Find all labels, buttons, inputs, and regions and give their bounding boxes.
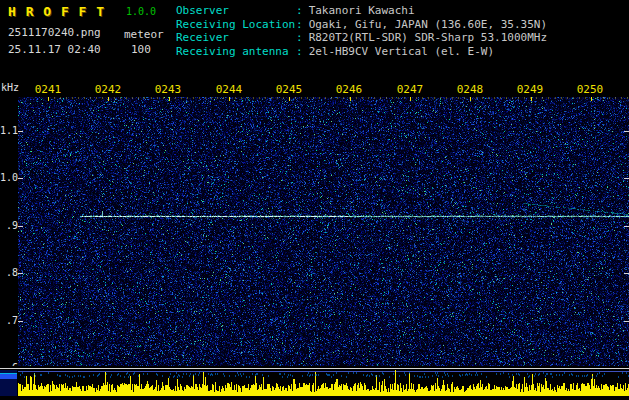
time-tick-label: 0243 xyxy=(155,83,182,96)
app-title: H R O F F T xyxy=(8,4,105,19)
hrofft-screenshot: H R O F F T 1.0.0 2511170240.png meteor … xyxy=(0,0,629,400)
info-value: Takanori Kawachi xyxy=(309,4,415,17)
info-row-receiver: Receiver:R820T2(RTL-SDR) SDR-Sharp 53.10… xyxy=(176,31,547,45)
level-value: 100 xyxy=(131,43,151,56)
spectrogram-canvas xyxy=(18,97,629,368)
time-tick-label: 0250 xyxy=(577,83,604,96)
time-tick-label: 0245 xyxy=(276,83,303,96)
info-separator: : xyxy=(296,18,303,31)
info-value: R820T2(RTL-SDR) SDR-Sharp 53.1000MHz xyxy=(309,31,547,44)
info-row-antenna: Receiving antenna:2el-HB9CV Vertical (el… xyxy=(176,45,547,59)
info-row-observer: Observer:Takanori Kawachi xyxy=(176,4,547,18)
freq-tick-label: 1.0 xyxy=(0,172,18,183)
info-separator: : xyxy=(296,4,303,17)
time-tick-label: 0241 xyxy=(35,83,62,96)
time-tick-label: 0244 xyxy=(216,83,243,96)
app-version: 1.0.0 xyxy=(126,6,156,17)
info-label: Receiving Location xyxy=(176,18,296,32)
output-filename: 2511170240.png xyxy=(8,26,101,39)
freq-tick-label: .8 xyxy=(0,267,18,278)
time-tick-label: 0247 xyxy=(397,83,424,96)
info-label: Receiver xyxy=(176,31,296,45)
info-value: 2el-HB9CV Vertical (el. E-W) xyxy=(309,45,494,58)
freq-tick-label: 1.1 xyxy=(0,125,18,136)
info-separator: : xyxy=(296,31,303,44)
time-tick-label: 0249 xyxy=(517,83,544,96)
freq-tick-label: .7 xyxy=(0,315,18,326)
time-tick-label: 0248 xyxy=(457,83,484,96)
time-tick-label: 0246 xyxy=(336,83,363,96)
station-info: Observer:Takanori Kawachi Receiving Loca… xyxy=(176,4,547,58)
info-row-location: Receiving Location:Ogaki, Gifu, JAPAN (1… xyxy=(176,18,547,32)
observation-mode-label: meteor xyxy=(124,28,164,41)
time-tick-label: 0242 xyxy=(95,83,122,96)
observation-datetime: 25.11.17 02:40 xyxy=(8,43,101,56)
info-separator: : xyxy=(296,45,303,58)
freq-axis-unit: kHz xyxy=(1,82,19,93)
info-label: Observer xyxy=(176,4,296,18)
freq-tick-label: .9 xyxy=(0,220,18,231)
info-label: Receiving antenna xyxy=(176,45,296,59)
info-value: Ogaki, Gifu, JAPAN (136.60E, 35.35N) xyxy=(309,18,547,31)
signal-level-canvas xyxy=(0,366,629,400)
